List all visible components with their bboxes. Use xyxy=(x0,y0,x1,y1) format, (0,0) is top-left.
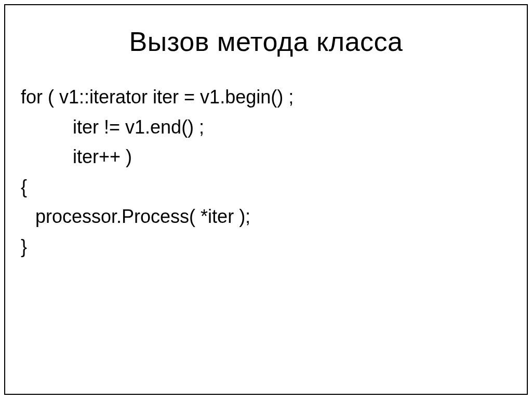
code-line-4: { xyxy=(21,172,511,202)
code-line-1: for ( v1::iterator iter = v1.begin() ; xyxy=(21,82,511,112)
code-block: for ( v1::iterator iter = v1.begin() ; i… xyxy=(21,82,511,262)
code-line-5: processor.Process( *iter ); xyxy=(21,202,511,232)
code-line-3: iter++ ) xyxy=(21,142,511,172)
slide-frame: Вызов метода класса for ( v1::iterator i… xyxy=(4,4,528,395)
code-line-6: } xyxy=(21,232,511,262)
code-line-2: iter != v1.end() ; xyxy=(21,112,511,142)
slide-title: Вызов метода класса xyxy=(21,26,511,57)
